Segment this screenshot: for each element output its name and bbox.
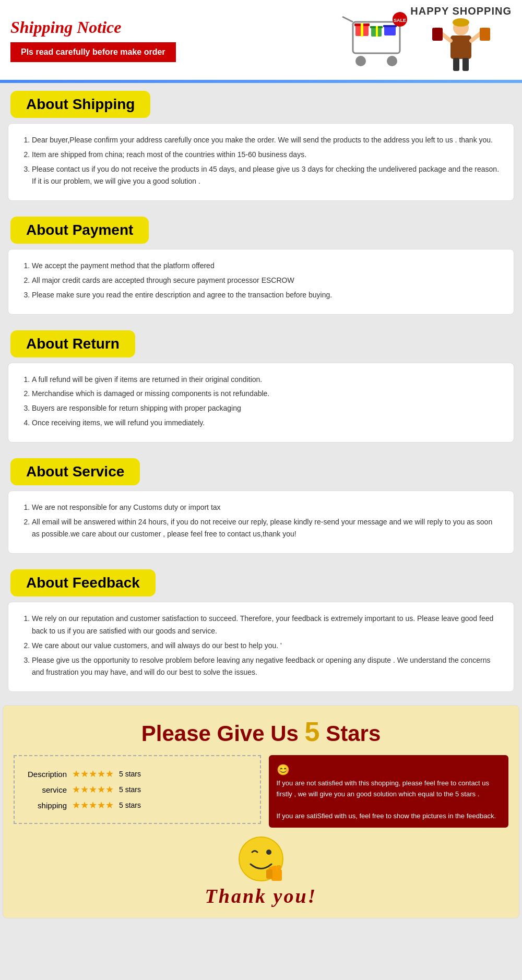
svg-point-1 — [355, 56, 366, 66]
svg-rect-10 — [383, 25, 397, 27]
return-header: About Return — [10, 330, 135, 357]
svg-rect-19 — [480, 28, 490, 41]
header-right: SALE HAPPY SHOPPING — [327, 5, 512, 75]
list-item: Dear buyer,Please confirm your address c… — [32, 134, 501, 147]
list-item: Once receiving items, we will refund you… — [32, 417, 501, 429]
return-content: A full refund will be given if items are… — [8, 363, 514, 443]
list-item: Please contact us if you do not receive … — [32, 163, 501, 188]
desc-stars: ★★★★★ — [72, 768, 114, 780]
shipping-count: 5 stars — [119, 801, 141, 809]
shipping-header: About Shipping — [10, 91, 150, 118]
info-box: 😊 If you are not satisfied with this sho… — [269, 755, 509, 828]
stars-row-service: service ★★★★★ 5 stars — [25, 784, 250, 795]
payment-section: About Payment We accept the payment meth… — [0, 209, 522, 322]
shipping-stars: ★★★★★ — [72, 799, 114, 811]
service-title-label: About Service — [26, 463, 124, 480]
return-title-label: About Return — [26, 336, 120, 352]
stars-row-shipping: shipping ★★★★★ 5 stars — [25, 799, 250, 811]
list-item: Please make sure you read the entire des… — [32, 289, 501, 302]
shipping-title: Shipping Notice — [10, 18, 176, 37]
service-content: We are not responsible for any Customs d… — [8, 491, 514, 554]
payment-header: About Payment — [10, 217, 149, 244]
service-header: About Service — [10, 458, 140, 485]
svg-point-14 — [453, 18, 469, 27]
svg-rect-20 — [453, 58, 459, 71]
feedback-content: We rely on our reputation and customer s… — [8, 602, 514, 692]
service-section: About Service We are not responsible for… — [0, 450, 522, 561]
svg-rect-28 — [266, 869, 272, 879]
stars-table: Description ★★★★★ 5 stars service ★★★★★ … — [14, 755, 261, 824]
svg-rect-26 — [272, 866, 277, 870]
stars-row-description: Description ★★★★★ 5 stars — [25, 768, 250, 780]
stars-section: Please Give Us 5 Stars Description ★★★★★… — [3, 705, 519, 918]
svg-rect-5 — [361, 23, 363, 37]
service-stars: ★★★★★ — [72, 784, 114, 795]
header-left: Shipping Notice Pls read carefully befor… — [10, 18, 176, 62]
stars-title-suffix: Stars — [320, 721, 381, 746]
list-item: A full refund will be given if items are… — [32, 374, 501, 386]
return-section: About Return A full refund will be given… — [0, 322, 522, 450]
desc-count: 5 stars — [119, 770, 141, 778]
feedback-section: About Feedback We rely on our reputation… — [0, 561, 522, 700]
return-list: A full refund will be given if items are… — [21, 374, 501, 429]
list-item: Item are shipped from china; reach most … — [32, 149, 501, 161]
payment-list: We accept the payment method that the pl… — [21, 260, 501, 301]
info-text-1: If you are not satisfied with this shopp… — [277, 778, 501, 800]
list-item: All major credit cards are accepted thro… — [32, 274, 501, 287]
service-label: service — [25, 785, 67, 794]
payment-title-label: About Payment — [26, 222, 133, 238]
svg-rect-27 — [277, 865, 281, 869]
list-item: All email will be answered within 24 hou… — [32, 516, 501, 541]
list-item: Buyers are responsible for return shippi… — [32, 402, 501, 415]
list-item: Merchandise which is damaged or missing … — [32, 388, 501, 400]
list-item: Please give us the opportunity to resolv… — [32, 654, 501, 679]
svg-rect-18 — [432, 28, 443, 41]
service-count: 5 stars — [119, 785, 141, 794]
shipping-label: shipping — [25, 801, 67, 810]
feedback-header: About Feedback — [10, 569, 156, 596]
svg-text:SALE: SALE — [394, 18, 406, 23]
svg-rect-21 — [462, 58, 469, 71]
happy-shopping-text: HAPPY SHOPPING — [410, 5, 512, 17]
shipping-content: Dear buyer,Please confirm your address c… — [8, 123, 514, 201]
smiley-icon: 😊 — [277, 764, 290, 775]
cart-icon: SALE — [327, 6, 410, 74]
shipping-list: Dear buyer,Please confirm your address c… — [21, 134, 501, 188]
thank-you-text: Thank you! — [14, 885, 508, 907]
shipping-title-label: About Shipping — [26, 96, 135, 113]
thank-you-area: Thank you! — [14, 835, 508, 907]
feedback-list: We rely on our reputation and customer s… — [21, 613, 501, 679]
stars-title: Please Give Us 5 Stars — [14, 716, 508, 747]
list-item: We accept the payment method that the pl… — [32, 260, 501, 272]
svg-rect-9 — [384, 26, 396, 35]
service-list: We are not responsible for any Customs d… — [21, 501, 501, 541]
stars-content: Description ★★★★★ 5 stars service ★★★★★ … — [14, 755, 508, 828]
svg-point-23 — [266, 850, 271, 855]
feedback-title-label: About Feedback — [26, 575, 140, 591]
list-item: We care about our value customers, and w… — [32, 640, 501, 652]
stars-five: 5 — [305, 716, 320, 747]
shopper-icon — [430, 17, 492, 75]
list-item: We rely on our reputation and customer s… — [32, 613, 501, 638]
svg-point-2 — [387, 56, 397, 66]
read-banner: Pls read carefully before make order — [10, 42, 176, 62]
info-text-2: If you are satiSfied with us, feel free … — [277, 811, 501, 822]
wink-face-icon — [238, 835, 284, 882]
desc-label: Description — [25, 770, 67, 779]
svg-rect-8 — [376, 26, 378, 37]
stars-title-prefix: Please Give Us — [141, 721, 305, 746]
list-item: We are not responsible for any Customs d… — [32, 501, 501, 514]
svg-rect-15 — [450, 35, 471, 59]
happy-shopping-area: HAPPY SHOPPING — [410, 5, 512, 75]
shipping-section: About Shipping Dear buyer,Please confirm… — [0, 83, 522, 209]
page-header: Shipping Notice Pls read carefully befor… — [0, 0, 522, 80]
payment-content: We accept the payment method that the pl… — [8, 249, 514, 314]
